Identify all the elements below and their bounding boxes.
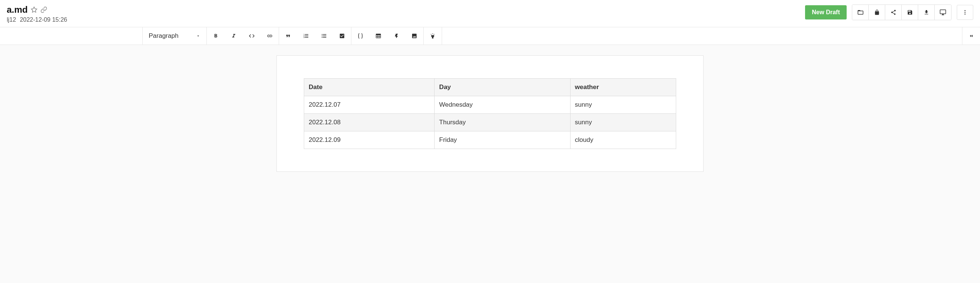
save-icon	[907, 10, 913, 15]
link-tool-icon	[267, 33, 273, 39]
quote-icon	[285, 33, 291, 39]
more-vertical-icon	[962, 10, 968, 15]
table-button[interactable]	[369, 27, 387, 45]
image-icon	[411, 33, 417, 39]
chevron-down-icon	[196, 34, 200, 38]
ordered-list-button[interactable]	[297, 27, 315, 45]
clear-format-icon	[430, 33, 436, 39]
unordered-list-icon	[321, 33, 327, 39]
desktop-icon	[940, 9, 946, 16]
header-right: New Draft	[805, 5, 973, 20]
checkbox-icon	[339, 33, 345, 39]
desktop-button[interactable]	[935, 5, 951, 20]
checkbox-button[interactable]	[333, 27, 351, 45]
insert-group	[352, 27, 424, 45]
quote-button[interactable]	[279, 27, 297, 45]
table-cell[interactable]: cloudy	[570, 131, 676, 149]
bold-icon	[213, 33, 219, 39]
clear-format-button[interactable]	[424, 27, 442, 45]
italic-button[interactable]	[225, 27, 243, 45]
star-icon[interactable]	[31, 6, 37, 13]
image-button[interactable]	[405, 27, 423, 45]
table-row: 2022.12.08 Thursday sunny	[304, 114, 676, 131]
editor-toolbar: Paragraph	[0, 27, 980, 45]
table-cell[interactable]: sunny	[570, 114, 676, 131]
title-row: a.md	[7, 5, 67, 15]
svg-point-3	[965, 13, 966, 14]
link-button[interactable]	[261, 27, 279, 45]
table-header-cell[interactable]: Day	[434, 79, 570, 96]
collapse-toolbar-button[interactable]	[962, 27, 980, 45]
table-row: 2022.12.09 Friday cloudy	[304, 131, 676, 149]
svg-point-1	[965, 10, 966, 11]
ordered-list-icon	[303, 33, 309, 39]
code-icon	[248, 33, 255, 39]
header-left: a.md lj12 2022-12-09 15:26	[7, 5, 67, 23]
new-draft-button[interactable]: New Draft	[805, 5, 846, 19]
table-cell[interactable]: 2022.12.08	[304, 114, 434, 131]
download-button[interactable]	[918, 5, 935, 20]
unordered-list-button[interactable]	[315, 27, 333, 45]
table-cell[interactable]: Wednesday	[434, 96, 570, 114]
header-button-group	[852, 5, 951, 20]
chevrons-left-icon	[968, 33, 974, 39]
save-button[interactable]	[902, 5, 918, 20]
folder-open-icon	[857, 9, 864, 16]
document-page[interactable]: Date Day weather 2022.12.07 Wednesday su…	[277, 56, 703, 172]
svg-marker-0	[32, 7, 37, 12]
table-row: 2022.12.07 Wednesday sunny	[304, 96, 676, 114]
timestamp-label: 2022-12-09 15:26	[20, 16, 67, 23]
editor-canvas: Date Day weather 2022.12.07 Wednesday su…	[0, 45, 980, 182]
svg-point-2	[965, 12, 966, 13]
document-title: a.md	[7, 5, 28, 15]
author-label: lj12	[7, 16, 16, 23]
lock-button[interactable]	[869, 5, 885, 20]
table-cell[interactable]: Friday	[434, 131, 570, 149]
bold-button[interactable]	[207, 27, 225, 45]
page-header: a.md lj12 2022-12-09 15:26 New Draft	[0, 0, 980, 27]
format-group: Paragraph	[142, 27, 207, 45]
code-button[interactable]	[243, 27, 261, 45]
format-label: Paragraph	[149, 32, 178, 40]
lock-icon	[874, 10, 880, 15]
table-cell[interactable]: 2022.12.09	[304, 131, 434, 149]
content-table: Date Day weather 2022.12.07 Wednesday su…	[304, 78, 676, 149]
table-header-cell[interactable]: Date	[304, 79, 434, 96]
formula-button[interactable]	[387, 27, 405, 45]
download-icon	[923, 10, 929, 15]
braces-icon	[357, 33, 363, 39]
share-icon	[891, 10, 896, 15]
toolbar-center: Paragraph	[142, 27, 442, 45]
meta-row: lj12 2022-12-09 15:26	[7, 16, 67, 23]
italic-icon	[231, 33, 237, 39]
block-group	[279, 27, 352, 45]
format-select[interactable]: Paragraph	[143, 27, 207, 45]
table-header-cell[interactable]: weather	[570, 79, 676, 96]
share-button[interactable]	[885, 5, 902, 20]
table-cell[interactable]: 2022.12.07	[304, 96, 434, 114]
formula-icon	[393, 33, 399, 39]
codeblock-button[interactable]	[352, 27, 369, 45]
clear-group	[424, 27, 442, 45]
open-button[interactable]	[852, 5, 869, 20]
table-cell[interactable]: sunny	[570, 96, 676, 114]
link-icon[interactable]	[40, 6, 47, 13]
table-icon	[375, 33, 381, 39]
table-cell[interactable]: Thursday	[434, 114, 570, 131]
table-header-row: Date Day weather	[304, 79, 676, 96]
text-style-group	[207, 27, 279, 45]
more-button[interactable]	[957, 5, 973, 20]
